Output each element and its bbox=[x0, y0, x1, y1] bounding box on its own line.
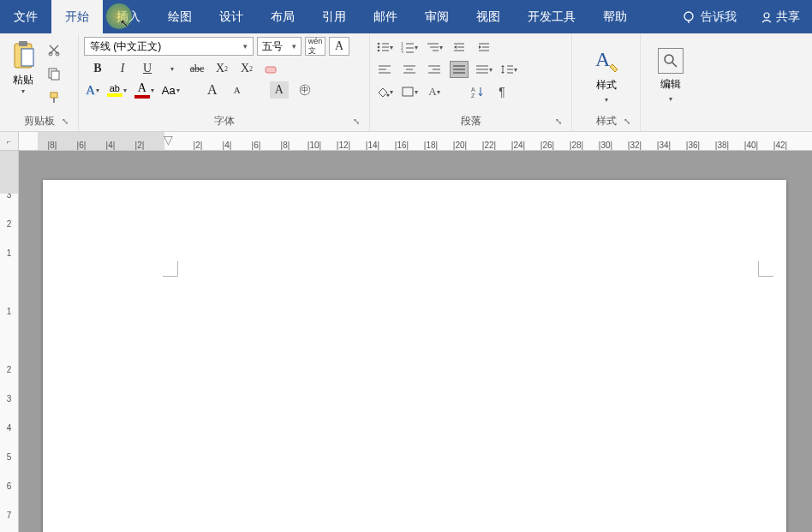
group-styles-label: 样式 ⤡ bbox=[577, 111, 635, 131]
bullets-button[interactable]: ▾ bbox=[375, 39, 394, 56]
ruler-v-tick: 2 bbox=[0, 355, 18, 384]
chevron-down-icon: ▾ bbox=[390, 88, 393, 96]
eraser-icon bbox=[264, 62, 279, 75]
line-spacing-icon bbox=[500, 63, 514, 75]
bold-button[interactable]: B bbox=[89, 60, 106, 77]
document-area[interactable] bbox=[19, 151, 812, 532]
tab-help[interactable]: 帮助 bbox=[589, 0, 641, 33]
superscript-button[interactable]: X2 bbox=[238, 60, 255, 77]
change-case-button[interactable]: Aa ▾ bbox=[162, 84, 180, 97]
tab-draw[interactable]: 绘图 bbox=[154, 0, 206, 33]
tab-home[interactable]: 开始 bbox=[51, 0, 103, 33]
vertical-ruler[interactable]: 43211234567891011 bbox=[0, 151, 19, 532]
tab-file[interactable]: 文件 bbox=[0, 0, 51, 33]
line-spacing-button[interactable]: ▾ bbox=[499, 61, 518, 78]
increase-indent-button[interactable] bbox=[475, 39, 493, 56]
cut-button[interactable] bbox=[45, 40, 63, 59]
shrink-font-button[interactable]: A bbox=[229, 81, 246, 99]
ruler-tick: |34| bbox=[649, 140, 678, 150]
horizontal-ruler[interactable]: ▽ |8||6||4||2||2||4||6||8||10||12||14||1… bbox=[19, 132, 812, 151]
show-marks-button[interactable]: ¶ bbox=[493, 83, 511, 100]
align-left-icon bbox=[378, 64, 391, 75]
styles-launcher[interactable]: ⤡ bbox=[621, 116, 633, 128]
paragraph-label-text: 段落 bbox=[461, 115, 481, 127]
ruler-tick: |22| bbox=[475, 140, 504, 150]
styles-label-text: 样式 bbox=[596, 115, 617, 127]
font-size-combo[interactable]: 五号 ▾ bbox=[257, 37, 302, 56]
distribute-button[interactable]: ▾ bbox=[475, 61, 493, 78]
highlight-button[interactable]: ab ▾ bbox=[107, 83, 127, 97]
strikethrough-button[interactable]: abc bbox=[188, 60, 206, 77]
tab-mail[interactable]: 邮件 bbox=[360, 0, 411, 33]
font-name-combo[interactable]: 等线 (中文正文) ▾ bbox=[84, 37, 254, 56]
share-button[interactable]: 共享 bbox=[749, 9, 812, 25]
grow-font-button[interactable]: A bbox=[204, 81, 221, 99]
brush-icon bbox=[47, 91, 61, 105]
underline-button[interactable]: U bbox=[139, 60, 156, 77]
clear-format-button[interactable] bbox=[263, 60, 280, 77]
chevron-down-icon: ▾ bbox=[21, 87, 25, 95]
subscript-button[interactable]: X2 bbox=[213, 60, 230, 77]
align-left-button[interactable] bbox=[375, 61, 394, 78]
multilevel-button[interactable]: ▾ bbox=[425, 39, 444, 56]
shading-button[interactable]: ▾ bbox=[375, 83, 394, 100]
tab-layout[interactable]: 布局 bbox=[257, 0, 308, 33]
bullets-icon bbox=[376, 41, 390, 53]
ruler-tick: |24| bbox=[504, 140, 533, 150]
tab-view[interactable]: 视图 bbox=[463, 0, 514, 33]
group-paragraph: ▾ 123 ▾ ▾ bbox=[370, 33, 572, 131]
align-right-button[interactable] bbox=[425, 61, 444, 78]
tell-me[interactable]: 告诉我 bbox=[670, 9, 749, 25]
outdent-icon bbox=[452, 41, 466, 53]
align-center-button[interactable] bbox=[400, 61, 419, 78]
edit-button[interactable]: 编辑 ▾ bbox=[649, 45, 692, 106]
borders-icon bbox=[401, 86, 415, 98]
ruler-corner[interactable]: ⌐ bbox=[0, 132, 19, 151]
ruler-v-tick bbox=[0, 326, 18, 355]
font-color-button[interactable]: A ▾ bbox=[134, 81, 154, 99]
ribbon-right: 告诉我 共享 bbox=[670, 0, 812, 33]
svg-rect-5 bbox=[21, 49, 33, 66]
ruler-tick: |6| bbox=[67, 140, 96, 150]
phonetic-guide-button[interactable]: wén文 bbox=[305, 37, 325, 56]
tab-review[interactable]: 审阅 bbox=[411, 0, 463, 33]
numbering-button[interactable]: 123 ▾ bbox=[400, 39, 419, 56]
enclose-char-button[interactable]: ㊥ bbox=[296, 81, 313, 99]
ruler-tick: |18| bbox=[416, 140, 445, 150]
indent-icon bbox=[477, 41, 491, 53]
paragraph-launcher[interactable]: ⤡ bbox=[552, 116, 564, 128]
chevron-down-icon: ▾ bbox=[151, 87, 154, 94]
align-justify-button[interactable] bbox=[450, 61, 469, 78]
ruler-tick: |4| bbox=[96, 140, 125, 150]
chevron-down-icon: ▾ bbox=[292, 42, 296, 51]
group-font: 等线 (中文正文) ▾ 五号 ▾ wén文 A B I U ▾ abc X2 X… bbox=[79, 33, 370, 131]
paste-button[interactable]: 粘贴 ▾ bbox=[5, 37, 41, 97]
copy-button[interactable] bbox=[45, 64, 63, 83]
font-launcher[interactable]: ⤡ bbox=[350, 116, 362, 128]
tab-references[interactable]: 引用 bbox=[308, 0, 360, 33]
align-center-icon bbox=[403, 64, 416, 75]
tab-devtools[interactable]: 开发工具 bbox=[514, 0, 589, 33]
ruler-v-tick bbox=[0, 267, 18, 296]
decrease-indent-button[interactable] bbox=[450, 39, 469, 56]
tab-insert[interactable]: 插入 ↖ bbox=[103, 0, 154, 33]
underline-dropdown[interactable]: ▾ bbox=[164, 60, 181, 77]
char-border-button[interactable]: A bbox=[329, 37, 349, 56]
asian-layout-button[interactable]: A ▾ bbox=[425, 83, 444, 100]
char-shading-button[interactable]: A bbox=[270, 81, 289, 99]
chevron-down-icon: ▾ bbox=[669, 95, 672, 103]
sort-button[interactable]: AZ bbox=[468, 83, 487, 100]
ruler-v-tick: 7 bbox=[0, 500, 18, 529]
borders-button[interactable]: ▾ bbox=[400, 83, 419, 100]
italic-button[interactable]: I bbox=[114, 60, 131, 77]
styles-button[interactable]: A 样式 ▾ bbox=[583, 42, 630, 107]
text-effect-button[interactable]: A ▾ bbox=[86, 83, 99, 98]
chevron-down-icon: ▾ bbox=[96, 87, 99, 94]
document-page[interactable] bbox=[43, 180, 786, 532]
tab-design[interactable]: 设计 bbox=[206, 0, 257, 33]
format-painter-button[interactable] bbox=[45, 88, 63, 107]
svg-text:Z: Z bbox=[471, 93, 475, 98]
font-size-value: 五号 bbox=[262, 39, 283, 54]
clipboard-launcher[interactable]: ⤡ bbox=[59, 116, 71, 128]
ruler-tick: |10| bbox=[300, 140, 329, 150]
